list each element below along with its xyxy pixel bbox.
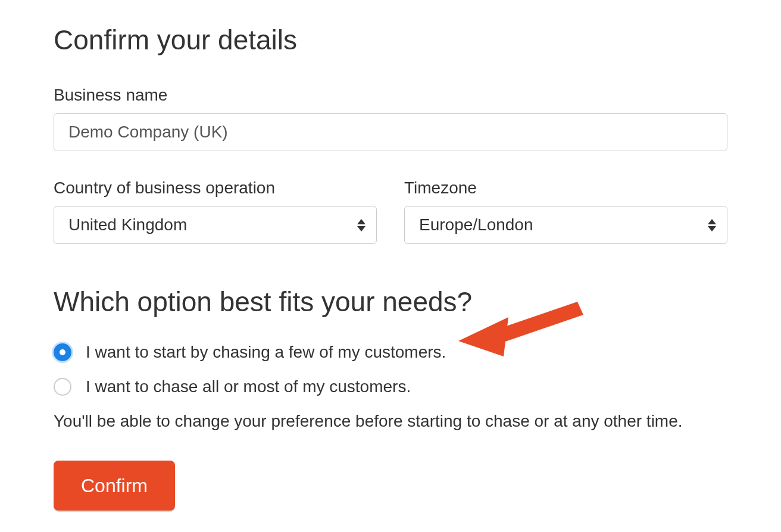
option-chase-all-label: I want to chase all or most of my custom… xyxy=(86,377,411,396)
options-hint: You'll be able to change your preference… xyxy=(54,412,727,431)
location-row: Country of business operation United Kin… xyxy=(54,179,727,244)
option-chase-few[interactable]: I want to start by chasing a few of my c… xyxy=(54,343,727,362)
confirm-button-label: Confirm xyxy=(81,475,148,497)
country-select[interactable]: United Kingdom xyxy=(54,206,377,244)
timezone-selected-value: Europe/London xyxy=(419,215,533,234)
country-selected-value: United Kingdom xyxy=(68,215,187,234)
timezone-field: Timezone Europe/London xyxy=(404,179,727,244)
business-name-label: Business name xyxy=(54,86,727,105)
option-chase-few-label: I want to start by chasing a few of my c… xyxy=(86,343,446,362)
country-field: Country of business operation United Kin… xyxy=(54,179,377,244)
option-chase-all[interactable]: I want to chase all or most of my custom… xyxy=(54,377,727,396)
business-name-input[interactable] xyxy=(54,113,727,151)
country-label: Country of business operation xyxy=(54,179,377,198)
confirm-details-form: Confirm your details Business name Count… xyxy=(0,0,781,532)
timezone-label: Timezone xyxy=(404,179,727,198)
page-title: Confirm your details xyxy=(54,24,727,56)
options-heading: Which option best fits your needs? xyxy=(54,286,727,318)
updown-caret-icon xyxy=(708,206,716,243)
confirm-button[interactable]: Confirm xyxy=(54,461,175,511)
updown-caret-icon xyxy=(357,206,365,243)
timezone-select[interactable]: Europe/London xyxy=(404,206,727,244)
radio-selected-icon xyxy=(54,343,71,361)
business-name-field: Business name xyxy=(54,86,727,151)
radio-unselected-icon xyxy=(54,378,71,396)
